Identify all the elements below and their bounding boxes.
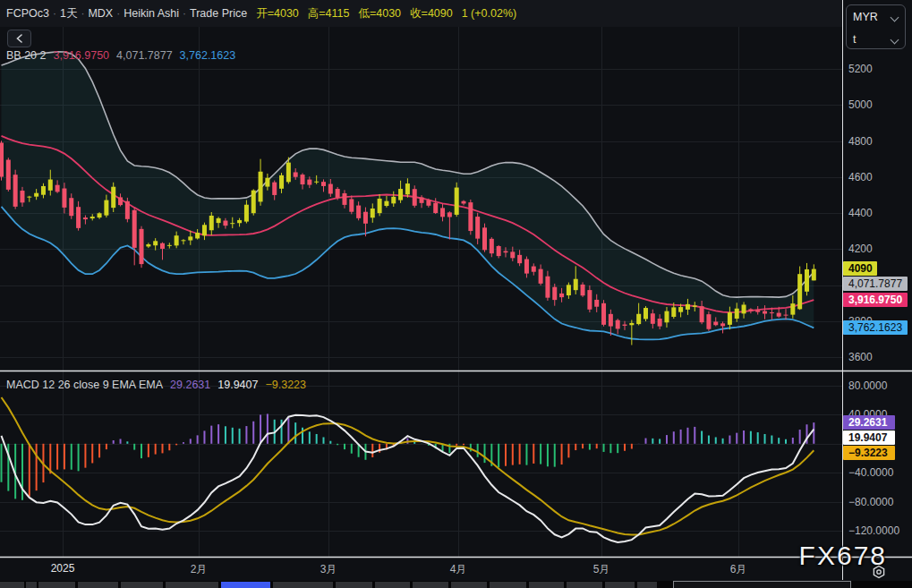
bottom-segment[interactable]	[0, 582, 24, 588]
ohlc-readout: 开=4030	[256, 6, 299, 21]
candle-body	[175, 235, 179, 245]
bottom-segment[interactable]	[26, 582, 37, 588]
candle-body	[98, 213, 102, 217]
bottom-segment[interactable]	[490, 582, 526, 588]
chevron-down-icon	[891, 13, 899, 21]
price-label-badge: 4,071.7877	[843, 277, 908, 291]
candle-body	[13, 175, 18, 207]
chart-plot-area[interactable]	[0, 27, 842, 557]
candle-body	[265, 178, 269, 187]
candle-body	[6, 160, 11, 190]
macd-tick-label: −40.0000	[848, 466, 893, 479]
candle-body	[140, 229, 144, 264]
price-tick-label: 3600	[848, 351, 873, 363]
candle-body	[125, 201, 130, 219]
candle-body	[693, 305, 697, 306]
back-button[interactable]	[7, 30, 31, 47]
candle-body	[763, 311, 767, 314]
toolbar-item[interactable]: FCPOc3	[6, 7, 49, 20]
candle-body	[658, 319, 662, 327]
candle-body	[286, 163, 291, 183]
candle-body	[153, 241, 158, 245]
candle-body	[609, 314, 613, 327]
candle-body	[314, 182, 319, 183]
indicator-value: −9.3223	[265, 379, 306, 391]
toolbar-separator: ·	[116, 7, 120, 20]
bottom-segment[interactable]	[529, 582, 564, 588]
candle-body	[539, 269, 543, 284]
bottom-range-box[interactable]	[673, 581, 851, 588]
candle-body	[651, 313, 655, 324]
toolbar-item[interactable]: 1天	[60, 6, 77, 21]
price-label-badge: −9.3223	[843, 446, 895, 460]
candle-body	[104, 200, 108, 216]
candle-body	[594, 300, 599, 307]
bottom-segment[interactable]	[637, 582, 657, 588]
indicator-value: 19.9407	[217, 379, 258, 391]
toolbar-separator: ·	[53, 7, 56, 20]
candle-body	[497, 246, 501, 256]
candle-body	[27, 197, 31, 198]
bottom-segment[interactable]	[567, 582, 602, 588]
candle-body	[384, 201, 388, 206]
currency-dropdown[interactable]: MYR	[847, 5, 905, 28]
candle-body	[34, 193, 38, 197]
bottom-segment[interactable]	[605, 582, 635, 588]
bottom-segment[interactable]	[78, 582, 118, 588]
candle-body	[391, 197, 396, 203]
toolbar-item[interactable]: Heikin Ashi	[124, 7, 179, 20]
macd-indicator-legend[interactable]: MACD 12 26 close 9 EMA EMA 29.263119.940…	[6, 379, 306, 391]
bb-indicator-legend[interactable]: BB 20 2 3,916.97504,071.78773,762.1623	[6, 49, 235, 62]
price-label-badge: 19.9407	[843, 430, 895, 445]
ohlc-readout: 低=4030	[358, 6, 401, 21]
chart-canvas[interactable]	[0, 0, 912, 588]
candle-body	[217, 218, 221, 223]
candle-body	[482, 227, 487, 250]
bottom-segment[interactable]	[166, 582, 218, 588]
bottom-segment[interactable]	[121, 582, 163, 588]
candle-body	[805, 269, 809, 292]
price-tick-label: 4200	[848, 243, 873, 255]
candle-body	[167, 245, 172, 246]
candle-body	[545, 277, 550, 298]
candle-body	[398, 189, 403, 200]
candle-body	[160, 243, 165, 249]
time-tick-label: 5月	[593, 562, 610, 577]
bottom-segment-active[interactable]	[221, 582, 270, 588]
price-label-badge: 3,762.1623	[843, 320, 908, 335]
candle-body	[532, 267, 536, 272]
candle-body	[671, 307, 676, 317]
toolbar-item[interactable]: MDX	[88, 7, 113, 20]
bottom-segment[interactable]	[451, 582, 487, 588]
price-tick-label: 5200	[848, 63, 873, 75]
macd-tick-label: −80.0000	[848, 496, 893, 508]
candle-body	[378, 199, 382, 213]
toolbar-separator: ·	[81, 7, 84, 20]
candle-body	[244, 205, 249, 222]
gear-icon[interactable]	[872, 565, 886, 579]
candle-body	[223, 221, 227, 226]
bottom-segment[interactable]	[336, 582, 372, 588]
candle-body	[462, 201, 466, 204]
candle-body	[405, 183, 410, 194]
toolbar-item[interactable]: Trade Price	[190, 7, 247, 20]
unit-dropdown[interactable]: t	[847, 28, 905, 50]
candle-body	[20, 191, 24, 202]
candle-body	[616, 320, 620, 329]
chart-window: FCPOc3·1天·MDX·Heikin Ashi·Trade Price开=4…	[0, 0, 912, 588]
candle-body	[748, 309, 753, 311]
bottom-segment[interactable]	[273, 582, 333, 588]
candle-body	[812, 269, 816, 281]
bottom-segment[interactable]	[413, 582, 448, 588]
time-tick-label: 2月	[191, 562, 208, 577]
unit-value: t	[853, 33, 856, 46]
price-tick-label: 4800	[848, 135, 873, 148]
candle-body	[790, 303, 795, 314]
indicator-value: 3,762.1623	[180, 49, 236, 62]
bottom-segment[interactable]	[375, 582, 410, 588]
candle-body	[735, 309, 739, 319]
candle-body	[728, 312, 732, 325]
candle-body	[342, 193, 346, 205]
candle-body	[770, 312, 774, 313]
bottom-segment[interactable]	[38, 582, 75, 588]
